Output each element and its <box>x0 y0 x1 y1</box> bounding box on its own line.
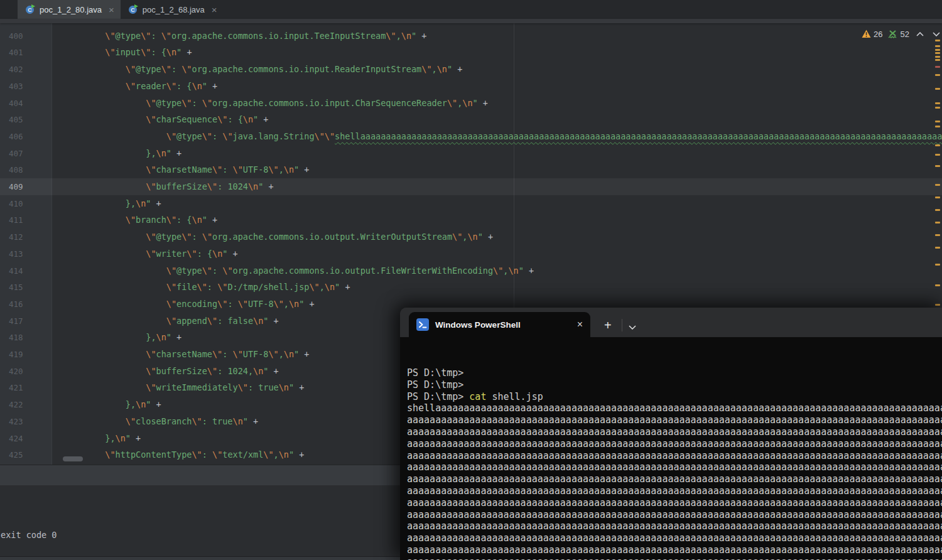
code-line[interactable]: 400 \"@type\": \"org.apache.commons.io.i… <box>0 28 942 45</box>
warning-stripe-mark[interactable] <box>935 121 940 122</box>
code-line[interactable]: 403 \"reader\": {\n" + <box>0 78 942 95</box>
line-number[interactable]: 424 <box>9 430 44 447</box>
code-line[interactable]: 413 \"writer\": {\n" + <box>0 245 942 262</box>
warning-stripe-mark[interactable] <box>935 126 940 127</box>
terminal-tab[interactable]: Windows PowerShell × <box>409 312 590 337</box>
line-number[interactable]: 403 <box>9 78 44 95</box>
new-tab-button[interactable]: + <box>604 319 612 331</box>
line-number[interactable]: 408 <box>9 161 44 178</box>
line-number[interactable]: 409 <box>9 178 44 195</box>
code-line-text[interactable]: \"file\": \"D:/tmp/shell.jsp\",\n" + <box>54 279 942 296</box>
warning-stripe-mark[interactable] <box>935 59 940 61</box>
warning-stripe-mark[interactable] <box>935 165 940 167</box>
warning-stripe-mark[interactable] <box>935 304 940 306</box>
code-line[interactable]: 407 },\n" + <box>0 145 942 162</box>
line-number[interactable]: 406 <box>9 128 44 145</box>
code-line-text[interactable]: \"@type\": \"org.apache.commons.io.outpu… <box>54 229 942 245</box>
editor-tab-poc_1_2_68.java[interactable]: Cpoc_1_2_68.java× <box>121 0 224 19</box>
line-number[interactable]: 413 <box>9 245 44 262</box>
line-number[interactable]: 417 <box>9 313 44 330</box>
warning-stripe-mark[interactable] <box>935 107 940 109</box>
next-problem-button[interactable] <box>931 28 942 40</box>
line-number[interactable]: 410 <box>9 195 44 212</box>
error-stripe-mark[interactable] <box>935 66 940 68</box>
code-line[interactable]: 410 },\n" + <box>0 195 942 212</box>
warning-stripe-mark[interactable] <box>935 154 940 156</box>
code-line[interactable]: 404 \"@type\": \"org.apache.commons.io.i… <box>0 95 942 112</box>
line-number[interactable]: 402 <box>9 61 44 78</box>
code-line-text[interactable]: },\n" + <box>54 145 942 162</box>
warning-stripe-mark[interactable] <box>935 184 940 186</box>
previous-problem-button[interactable] <box>915 28 926 40</box>
warning-stripe-mark[interactable] <box>935 197 940 198</box>
typo-underlined-text[interactable]: shellaaaaaaaaaaaaaaaaaaaaaaaaaaaaaaaaaaa… <box>335 131 942 141</box>
line-number[interactable]: 415 <box>9 279 44 296</box>
code-line-text[interactable]: \"charSequence\": {\n" + <box>54 111 942 128</box>
line-number[interactable]: 420 <box>9 363 44 380</box>
code-line[interactable]: 402 \"@type\": \"org.apache.commons.io.i… <box>0 61 942 78</box>
line-number[interactable]: 400 <box>9 28 44 45</box>
code-line[interactable]: 409 \"bufferSize\": 1024\n" + <box>0 178 942 195</box>
line-number[interactable]: 401 <box>9 44 44 61</box>
line-number[interactable]: 412 <box>9 229 44 245</box>
terminal-output[interactable]: PS D:\tmp>PS D:\tmp>PS D:\tmp> cat shell… <box>400 337 942 560</box>
code-line-text[interactable]: \"charsetName\": \"UTF-8\",\n" + <box>54 161 942 178</box>
code-line-text[interactable]: \"bufferSize\": 1024\n" + <box>54 178 942 195</box>
line-number[interactable]: 422 <box>9 396 44 413</box>
code-line-text[interactable]: \"@type\": \"org.apache.commons.io.input… <box>54 95 942 112</box>
code-line-text[interactable]: \"branch\": {\n" + <box>54 212 942 229</box>
code-line[interactable]: 412 \"@type\": \"org.apache.commons.io.o… <box>0 229 942 245</box>
code-line[interactable]: 401 \"input\": {\n" + <box>0 44 942 61</box>
tab-close-icon[interactable]: × <box>212 5 217 14</box>
inspections-widget[interactable]: 26 52 <box>862 28 942 40</box>
terminal-tab-close-icon[interactable]: × <box>577 320 583 330</box>
code-line-text[interactable]: \"writer\": {\n" + <box>54 245 942 262</box>
warning-stripe-mark[interactable] <box>935 45 940 47</box>
code-line-text[interactable]: \"@type\": \"org.apache.commons.io.input… <box>54 28 942 45</box>
warning-stripe-mark[interactable] <box>935 74 940 76</box>
tab-close-icon[interactable]: × <box>109 5 114 14</box>
code-line-text[interactable]: \"@type\": \"org.apache.commons.io.input… <box>54 61 942 78</box>
warning-stripe-mark[interactable] <box>935 102 940 104</box>
line-number[interactable]: 421 <box>9 379 44 396</box>
line-number[interactable]: 404 <box>9 95 44 112</box>
code-line-text[interactable]: \"@type\": \"org.apache.commons.io.outpu… <box>54 262 942 279</box>
warning-stripe-mark[interactable] <box>935 284 940 286</box>
code-line-text[interactable]: \"input\": {\n" + <box>54 44 942 61</box>
code-line-text[interactable]: },\n" + <box>54 195 942 212</box>
warning-stripe-mark[interactable] <box>935 264 940 266</box>
warning-stripe-mark[interactable] <box>935 222 940 223</box>
line-number[interactable]: 419 <box>9 346 44 363</box>
code-line[interactable]: 415 \"file\": \"D:/tmp/shell.jsp\",\n" + <box>0 279 942 296</box>
warning-stripe-mark[interactable] <box>935 234 940 236</box>
warning-stripe-mark[interactable] <box>935 40 940 41</box>
line-number[interactable]: 423 <box>9 413 44 430</box>
line-number[interactable]: 405 <box>9 111 44 128</box>
editor-tab-label: poc_1_2_80.java <box>40 5 102 14</box>
line-number[interactable]: 416 <box>9 296 44 313</box>
editor-tab-poc_1_2_80.java[interactable]: Cpoc_1_2_80.java× <box>18 0 121 19</box>
warning-stripe-mark[interactable] <box>935 88 940 90</box>
code-line[interactable]: 408 \"charsetName\": \"UTF-8\",\n" + <box>0 161 942 178</box>
line-number[interactable]: 411 <box>9 212 44 229</box>
warning-stripe-mark[interactable] <box>935 144 940 146</box>
horizontal-scrollbar-thumb[interactable] <box>63 456 83 461</box>
line-number[interactable]: 425 <box>9 446 44 463</box>
code-line-text[interactable]: \"reader\": {\n" + <box>54 78 942 95</box>
warning-stripe-mark[interactable] <box>935 56 940 58</box>
typos-group[interactable]: 52 <box>888 30 909 39</box>
code-line[interactable]: 414 \"@type\": \"org.apache.commons.io.o… <box>0 262 942 279</box>
warning-stripe-mark[interactable] <box>935 52 940 54</box>
line-number[interactable]: 407 <box>9 145 44 162</box>
line-number[interactable]: 414 <box>9 262 44 279</box>
warning-stripe-mark[interactable] <box>935 49 940 51</box>
warning-stripe-mark[interactable] <box>935 247 940 249</box>
line-number[interactable]: 418 <box>9 329 44 346</box>
code-line-text[interactable]: \"@type\": \"java.lang.String\"\"shellaa… <box>54 128 942 145</box>
code-line[interactable]: 405 \"charSequence\": {\n" + <box>0 111 942 128</box>
code-line[interactable]: 406 \"@type\": \"java.lang.String\"\"she… <box>0 128 942 145</box>
warning-stripe-mark[interactable] <box>935 209 940 211</box>
warnings-group[interactable]: 26 <box>862 30 882 39</box>
code-line[interactable]: 411 \"branch\": {\n" + <box>0 212 942 229</box>
tab-dropdown-button[interactable] <box>629 325 636 330</box>
